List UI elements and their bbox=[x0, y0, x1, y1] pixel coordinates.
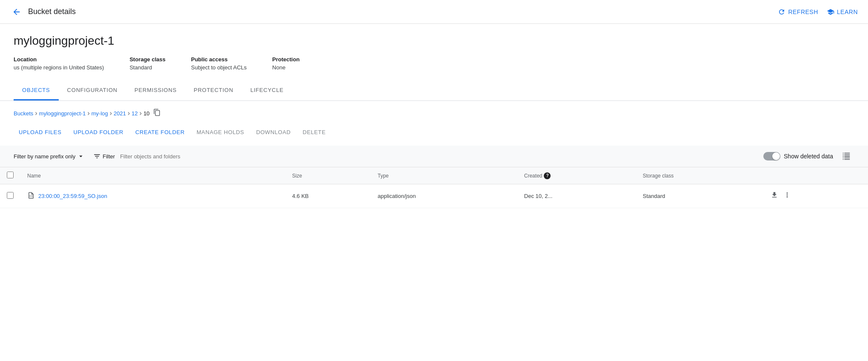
density-button[interactable] bbox=[838, 150, 854, 163]
back-button[interactable] bbox=[10, 6, 23, 18]
select-all-checkbox[interactable] bbox=[7, 172, 14, 178]
th-created: Created ? bbox=[517, 167, 636, 184]
action-bar: UPLOAD FILES UPLOAD FOLDER CREATE FOLDER… bbox=[0, 122, 868, 146]
show-deleted-area: Show deleted data bbox=[763, 152, 833, 160]
more-actions-button[interactable] bbox=[782, 189, 793, 203]
delete-button[interactable]: DELETE bbox=[297, 126, 331, 139]
table-row: 23:00:00_23:59:59_SO.json 4.6 KB applica… bbox=[0, 184, 868, 208]
file-icon bbox=[27, 192, 35, 201]
breadcrumb-sep-2: › bbox=[87, 109, 89, 117]
refresh-button[interactable]: REFRESH bbox=[778, 8, 818, 16]
row-size: 4.6 KB bbox=[285, 184, 371, 208]
file-name[interactable]: 23:00:00_23:59:59_SO.json bbox=[38, 193, 107, 199]
storage-class-label: Storage class bbox=[129, 56, 166, 63]
page-title: Bucket details bbox=[28, 7, 76, 16]
public-access-value: Subject to object ACLs bbox=[191, 64, 247, 71]
filter-label: Filter bbox=[103, 153, 115, 160]
created-info-icon[interactable]: ? bbox=[544, 172, 551, 179]
protection-value: None bbox=[272, 64, 300, 71]
meta-public-access: Public access Subject to object ACLs bbox=[191, 56, 247, 71]
table-header-row: Name Size Type Created ? Storage class bbox=[0, 167, 868, 184]
create-folder-button[interactable]: CREATE FOLDER bbox=[130, 126, 190, 139]
row-type: application/json bbox=[371, 184, 517, 208]
tab-configuration[interactable]: CONFIGURATION bbox=[59, 81, 126, 100]
copy-path-button[interactable] bbox=[151, 108, 163, 119]
breadcrumb-project[interactable]: myloggingproject-1 bbox=[39, 110, 86, 117]
bucket-meta: Location us (multiple regions in United … bbox=[14, 56, 854, 71]
top-bar-right: REFRESH LEARN bbox=[778, 8, 858, 16]
filter-row: Filter by name prefix only Filter Show d… bbox=[0, 146, 868, 167]
upload-files-button[interactable]: UPLOAD FILES bbox=[14, 126, 66, 139]
public-access-label: Public access bbox=[191, 56, 247, 63]
breadcrumb-sep-5: › bbox=[140, 109, 142, 117]
th-select-all[interactable] bbox=[0, 167, 20, 184]
breadcrumb-12[interactable]: 12 bbox=[131, 110, 137, 117]
breadcrumb: Buckets › myloggingproject-1 › my-log › … bbox=[0, 101, 868, 122]
bucket-info: myloggingproject-1 Location us (multiple… bbox=[0, 24, 868, 71]
location-label: Location bbox=[14, 56, 104, 63]
tab-permissions[interactable]: PERMISSIONS bbox=[126, 81, 185, 100]
breadcrumb-10: 10 bbox=[143, 110, 149, 117]
th-type: Type bbox=[371, 167, 517, 184]
meta-location: Location us (multiple regions in United … bbox=[14, 56, 104, 71]
top-bar-left: Bucket details bbox=[10, 6, 76, 18]
bucket-name: myloggingproject-1 bbox=[14, 34, 854, 48]
th-row-actions bbox=[762, 167, 868, 184]
meta-storage-class: Storage class Standard bbox=[129, 56, 166, 71]
files-table: Name Size Type Created ? Storage class bbox=[0, 167, 868, 208]
row-storage-class: Standard bbox=[636, 184, 762, 208]
protection-label: Protection bbox=[272, 56, 300, 63]
tab-protection[interactable]: PROTECTION bbox=[185, 81, 242, 100]
refresh-label: REFRESH bbox=[788, 9, 818, 15]
toggle-knob bbox=[772, 152, 780, 160]
upload-folder-button[interactable]: UPLOAD FOLDER bbox=[68, 126, 128, 139]
location-value: us (multiple regions in United States) bbox=[14, 64, 104, 71]
filter-prefix-dropdown[interactable]: Filter by name prefix only bbox=[14, 152, 85, 160]
breadcrumb-sep-4: › bbox=[128, 109, 130, 117]
storage-class-value: Standard bbox=[129, 64, 166, 71]
th-storage-class: Storage class bbox=[636, 167, 762, 184]
th-name: Name bbox=[20, 167, 285, 184]
show-deleted-label: Show deleted data bbox=[784, 153, 833, 160]
row-name: 23:00:00_23:59:59_SO.json bbox=[20, 184, 285, 208]
row-created: Dec 10, 2... bbox=[517, 184, 636, 208]
download-button[interactable]: DOWNLOAD bbox=[251, 126, 296, 139]
breadcrumb-my-log[interactable]: my-log bbox=[91, 110, 108, 117]
row-checkbox-cell[interactable] bbox=[0, 184, 20, 208]
learn-button[interactable]: LEARN bbox=[827, 8, 858, 16]
breadcrumb-sep-1: › bbox=[35, 109, 37, 117]
meta-protection: Protection None bbox=[272, 56, 300, 71]
manage-holds-button[interactable]: MANAGE HOLDS bbox=[191, 126, 249, 139]
download-row-button[interactable] bbox=[769, 189, 780, 203]
filter-input[interactable] bbox=[120, 153, 214, 160]
tab-lifecycle[interactable]: LIFECYCLE bbox=[242, 81, 292, 100]
row-checkbox[interactable] bbox=[7, 192, 14, 199]
filter-prefix-label: Filter by name prefix only bbox=[14, 153, 75, 160]
breadcrumb-2021[interactable]: 2021 bbox=[114, 110, 126, 117]
row-actions-cell bbox=[762, 184, 868, 208]
th-size: Size bbox=[285, 167, 371, 184]
learn-label: LEARN bbox=[837, 9, 858, 15]
breadcrumb-buckets[interactable]: Buckets bbox=[14, 110, 33, 117]
top-bar: Bucket details REFRESH LEARN bbox=[0, 0, 868, 24]
filter-icon-area: Filter bbox=[93, 152, 115, 160]
breadcrumb-sep-3: › bbox=[110, 109, 112, 117]
tab-objects[interactable]: OBJECTS bbox=[14, 81, 59, 100]
tab-bar: OBJECTS CONFIGURATION PERMISSIONS PROTEC… bbox=[0, 81, 868, 101]
show-deleted-toggle[interactable] bbox=[763, 152, 780, 160]
